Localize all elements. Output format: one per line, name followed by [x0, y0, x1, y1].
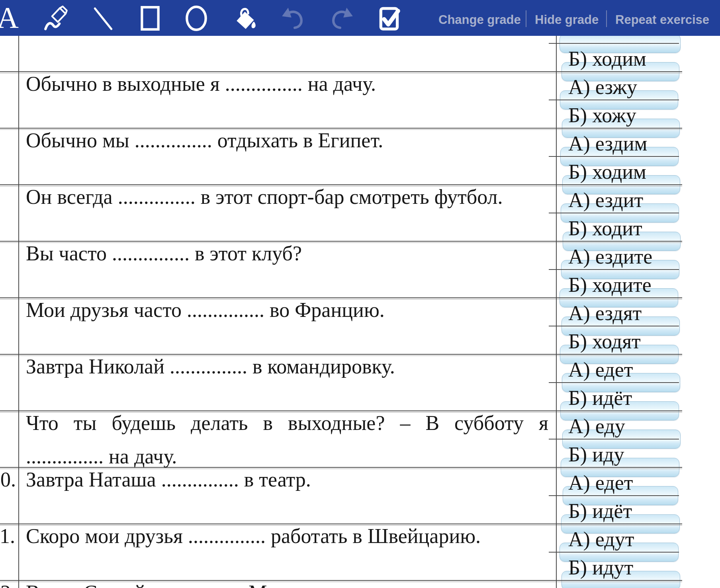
answer-option[interactable]: А) еду [568, 414, 625, 438]
ellipse-tool-icon[interactable] [184, 5, 210, 31]
toolbar-separator [606, 10, 607, 27]
change-grade-button[interactable]: Change grade [438, 13, 521, 27]
redo-icon[interactable] [328, 5, 354, 31]
sentence-text: Вы часто ............... в этот клуб? [26, 242, 302, 266]
answer-option[interactable]: Б) ходят [568, 330, 641, 354]
sentence-text: Вчера Сергей ............... в Москву. [26, 581, 319, 588]
answer-option[interactable]: А) едут [568, 527, 634, 551]
toolbar-separator [526, 10, 526, 27]
answer-option[interactable]: Б) ходим [568, 160, 646, 184]
sentence-text: Он всегда ............... в этот спорт-б… [26, 185, 503, 209]
number-column-divider [18, 36, 19, 588]
answer-option[interactable]: Б) ходите [568, 273, 652, 297]
option-divider [549, 43, 679, 44]
row-number: 10. [0, 468, 22, 492]
option-divider [549, 326, 679, 326]
answer-option[interactable]: Б) ходит [568, 217, 642, 240]
option-divider [549, 439, 679, 440]
sentence-text: Мои друзья часто ............... во Фран… [26, 298, 385, 322]
rectangle-tool-icon[interactable] [137, 5, 163, 31]
option-divider [549, 213, 679, 213]
grade-check-icon[interactable] [377, 5, 403, 31]
pencil-draw-icon[interactable] [43, 5, 69, 31]
answer-option[interactable]: Б) ходим [568, 47, 646, 71]
text-tool-icon[interactable]: A [0, 2, 21, 33]
option-divider [549, 100, 679, 100]
sentence-text: Скоро мои друзья ............... работат… [26, 524, 481, 548]
hide-grade-button[interactable]: Hide grade [535, 13, 599, 27]
answer-option[interactable]: А) ездите [568, 245, 652, 269]
sentence-text: Обычно в выходные я ............... на д… [26, 72, 376, 96]
answer-option[interactable]: Б) иду [568, 443, 624, 467]
answer-option[interactable]: Б) хожу [568, 104, 636, 127]
sentence-text: ............... на дачу. [26, 445, 177, 469]
option-divider [549, 495, 679, 496]
answer-option[interactable]: А) едет [568, 471, 633, 495]
sentence-text: Завтра Наташа ............... в театр. [26, 468, 311, 492]
undo-icon[interactable] [280, 5, 307, 31]
answer-option[interactable]: А) ездим [568, 132, 647, 156]
option-divider [549, 269, 679, 270]
option-divider [549, 382, 679, 383]
sentence-text: Что ты будешь делать в выходные? – В суб… [26, 411, 548, 435]
option-divider [549, 552, 679, 553]
answer-option[interactable]: Б) идёт [568, 499, 632, 523]
annotation-toolbar: A [0, 0, 720, 36]
fill-bucket-icon[interactable] [233, 5, 260, 31]
options-column-divider [556, 36, 557, 588]
line-tool-icon[interactable] [90, 5, 116, 31]
option-divider [549, 156, 679, 157]
repeat-exercise-button[interactable]: Repeat exercise [615, 13, 709, 27]
sentence-text: Завтра Николай ............... в команди… [26, 355, 395, 379]
answer-option[interactable]: Б) идёт [568, 386, 632, 410]
answer-option[interactable]: А) едет [568, 358, 633, 382]
row-number: 12. [0, 581, 22, 588]
exercise-table: Обычно в выходные я ............... на д… [0, 0, 720, 588]
answer-option[interactable]: Б) идут [568, 556, 633, 580]
sentence-text: Обычно мы ............... отдыхать в Еги… [26, 129, 383, 152]
answer-option[interactable]: А) ездят [568, 301, 642, 325]
answer-option[interactable]: А) ездит [568, 188, 643, 212]
row-number: 11. [0, 524, 22, 548]
answer-option[interactable]: А) езжу [568, 75, 637, 99]
